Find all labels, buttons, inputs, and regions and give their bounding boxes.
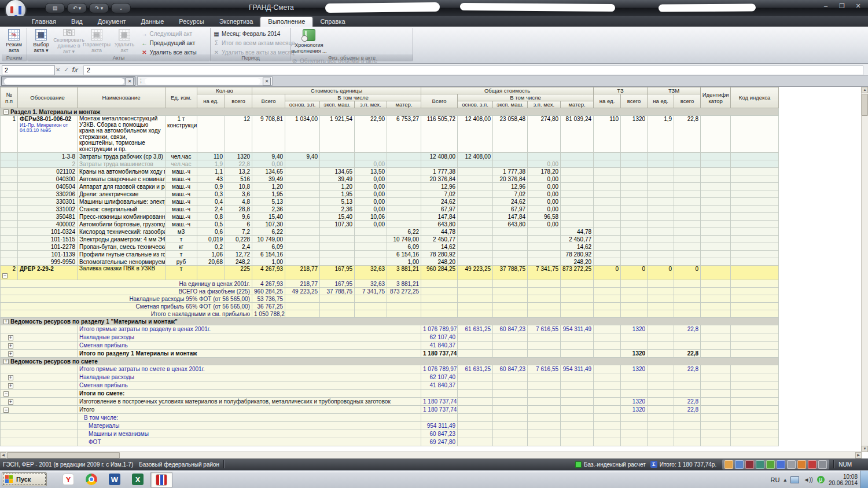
volume-icon[interactable]: ◄)): [803, 476, 813, 483]
table-row[interactable]: −Раздел 1. Материалы и монтаж: [1, 108, 779, 116]
col-tz-per-unit[interactable]: на ед.: [594, 94, 621, 108]
table-row[interactable]: Материалы954 311,49: [1, 422, 779, 430]
ribbon-tab[interactable]: Выполнение: [260, 17, 312, 27]
ribbon-tab[interactable]: Вид: [64, 17, 90, 27]
col-tc-mech[interactable]: з.п. мех.: [528, 101, 561, 108]
expander-icon[interactable]: −: [3, 408, 9, 413]
table-row[interactable]: −Итоги по смете:: [1, 390, 779, 398]
statusbar-tool-icon[interactable]: [797, 460, 806, 469]
redo-icon[interactable]: ↷ ▾: [89, 3, 109, 13]
utorrent-icon[interactable]: µ: [817, 476, 825, 483]
document-tab-1[interactable]: ✕: [1, 76, 135, 86]
table-row[interactable]: 400002Автомобили бортовые, грузопод…маш.…: [1, 221, 779, 228]
close-icon[interactable]: ✕: [853, 2, 863, 10]
col-tc-mat[interactable]: матер.: [561, 101, 594, 108]
table-row[interactable]: 101-1515Электроды диаметром: 4 мм Э46т0,…: [1, 236, 779, 243]
col-num[interactable]: № п.п: [1, 87, 18, 108]
taskbar-app-chrome[interactable]: [81, 472, 102, 487]
statusbar-tool-icon[interactable]: [724, 460, 733, 469]
table-row[interactable]: 2Затраты труда машинистовчел.час1,922,80…: [1, 160, 779, 168]
table-row[interactable]: 330206Дрели: электрическиемаш.-ч0,33,61,…: [1, 190, 779, 198]
ribbon-tab[interactable]: Документ: [90, 17, 134, 27]
chronology-button[interactable]: Хронология выполнения ...: [291, 28, 327, 54]
expander-icon[interactable]: +: [3, 359, 9, 364]
table-row[interactable]: +Накладные расходы62 107,40: [1, 333, 779, 342]
table-row[interactable]: 040300Автоматы сварочные с номинальн…маш…: [1, 175, 779, 183]
expander-icon[interactable]: +: [8, 335, 13, 340]
customize-qat-icon[interactable]: ⌄: [111, 3, 131, 13]
document-tab-2[interactable]: ; ✕: [137, 76, 273, 86]
table-row[interactable]: 101-1139Профили гнутые стальные из гор…т…: [1, 251, 779, 258]
table-row[interactable]: ВСЕГО на физобъем (225)960 284,2549 223,…: [1, 288, 779, 295]
taskbar-app-grand-smeta[interactable]: [150, 472, 172, 488]
function-icon[interactable]: f𝑥: [72, 67, 78, 74]
ribbon-tab[interactable]: Справка: [312, 17, 352, 27]
scroll-up-icon[interactable]: ▲: [862, 87, 868, 93]
table-row[interactable]: 101-0324Кислород технический: газообра…м…: [1, 228, 779, 236]
expander-icon[interactable]: +: [8, 375, 13, 380]
col-unit[interactable]: Ед. изм.: [165, 87, 197, 108]
table-row[interactable]: 2−ДРЕР 2-29-2Заливка смазки ПВК в УЗКВт2…: [1, 266, 779, 280]
col-qty[interactable]: Кол-во: [197, 87, 252, 94]
formula-input[interactable]: 2: [83, 65, 863, 75]
col-qty-total[interactable]: всего: [225, 94, 252, 108]
taskbar-app-excel[interactable]: X: [127, 472, 148, 487]
taskbar-app-word[interactable]: W: [104, 472, 125, 487]
expander-icon[interactable]: −: [3, 109, 9, 115]
col-uc-base[interactable]: основ. з.п.: [285, 101, 320, 108]
horizontal-scrollbar[interactable]: ◀ ▶: [0, 452, 862, 458]
close-tab-icon[interactable]: ✕: [263, 78, 271, 86]
table-row[interactable]: 999-9950Вспомогательные ненормируемые…ру…: [1, 258, 779, 266]
statusbar-tool-icon[interactable]: [787, 460, 796, 469]
col-total-cost[interactable]: Общая стоимость: [421, 87, 594, 94]
table-row[interactable]: 101-2278Пропан-бутан, смесь техническаяк…: [1, 243, 779, 251]
act-mode-button[interactable]: % Режим акта: [2, 28, 26, 54]
expander-icon[interactable]: +: [8, 351, 13, 357]
scroll-thumb[interactable]: [862, 94, 868, 116]
col-index-code[interactable]: Код индекса: [731, 87, 779, 108]
table-row[interactable]: +Изготовление в построечных условиях мат…: [1, 398, 779, 406]
table-row[interactable]: −Итого1 180 737,74132022,8: [1, 406, 779, 414]
table-row[interactable]: +Накладные расходы62 107,40: [1, 373, 779, 381]
expander-icon[interactable]: +: [3, 319, 9, 324]
col-tz-total[interactable]: всего: [621, 94, 648, 108]
table-row[interactable]: Итого прямые затраты по смете в ценах 20…: [1, 365, 779, 373]
table-row[interactable]: +Сметная прибыль41 840,37: [1, 381, 779, 390]
ribbon-tab[interactable]: Экспертиза: [212, 17, 261, 27]
table-row[interactable]: Машины и механизмы60 847,23: [1, 430, 779, 438]
table-row[interactable]: В том числе:: [1, 414, 779, 422]
table-row[interactable]: Накладные расходы 95% ФОТ (от 56 565,00)…: [1, 295, 779, 303]
table-row[interactable]: Итого с накладными и см. прибылью1 050 7…: [1, 310, 779, 318]
table-row[interactable]: +Итого по разделу 1 Материалы и монтаж1 …: [1, 350, 779, 358]
table-row[interactable]: Итого прямые затраты по разделу в ценах …: [1, 325, 779, 333]
col-uc-all[interactable]: Всего: [252, 94, 285, 108]
statusbar-tool-icon[interactable]: [756, 460, 764, 469]
ribbon-button[interactable]: ▦Выбор акта ▾: [27, 28, 55, 54]
col-tzm[interactable]: ТЗМ: [648, 87, 701, 94]
col-tc-incl[interactable]: В том числе: [458, 94, 594, 101]
expander-icon[interactable]: −: [2, 273, 8, 278]
table-row[interactable]: +Ведомость ресурсов по смете: [1, 358, 779, 365]
calc-mode-label[interactable]: Баз.-индексный расчет: [584, 461, 646, 468]
col-tzm-per-unit[interactable]: на ед.: [648, 94, 674, 108]
expander-icon[interactable]: +: [8, 343, 13, 348]
statusbar-tool-icon[interactable]: [777, 460, 785, 469]
col-tc-base[interactable]: основ. з.п.: [458, 101, 493, 108]
ribbon-button[interactable]: ▦Месяц: Февраль 2014: [213, 30, 290, 38]
table-row[interactable]: 021102Краны на автомобильном ходу пр…маш…: [1, 168, 779, 175]
ribbon-tab[interactable]: Ресурсы: [171, 17, 211, 27]
clock[interactable]: 10:08 20.06.2014: [829, 474, 858, 486]
grand-total-label[interactable]: Итого: 1 180 737,74р.: [660, 461, 717, 468]
col-unit-cost[interactable]: Стоимость единицы: [252, 87, 421, 94]
col-identifier[interactable]: Идентифи катор: [701, 87, 731, 108]
table-row[interactable]: Сметная прибыль 65% ФОТ (от 56 565,00)36…: [1, 303, 779, 310]
taskbar-app-file-manager[interactable]: [174, 472, 194, 487]
show-desktop-button[interactable]: [860, 471, 868, 488]
expander-icon[interactable]: +: [8, 399, 13, 405]
table-row[interactable]: +Сметная прибыль41 840,37: [1, 342, 779, 350]
restore-icon[interactable]: ❐: [837, 2, 847, 10]
col-tc-mach[interactable]: эксп. маш.: [493, 101, 528, 108]
statusbar-tool-icon[interactable]: [818, 460, 827, 469]
taskbar-app-yandex-browser[interactable]: Y: [58, 472, 79, 487]
scroll-thumb[interactable]: [7, 452, 120, 458]
